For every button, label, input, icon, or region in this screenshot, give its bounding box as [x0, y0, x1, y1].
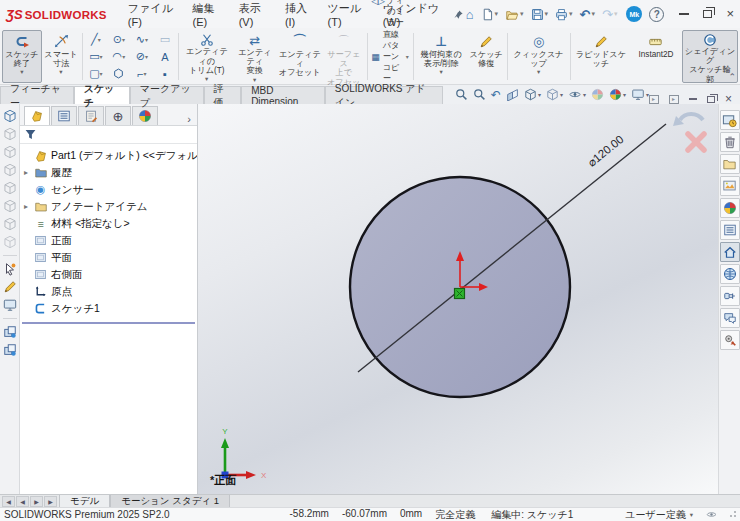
help-button[interactable]: ? [649, 7, 664, 22]
quick-tips-icon[interactable] [705, 509, 718, 520]
print-button[interactable]: ▾ [553, 6, 575, 23]
panel-tabs-overflow-chevron[interactable]: › [183, 113, 195, 125]
close-button[interactable]: × [726, 9, 734, 19]
tree-filter[interactable] [20, 126, 197, 144]
line-tool[interactable]: ╱▾ [84, 33, 107, 46]
view-cube-icon[interactable] [3, 127, 17, 141]
user-avatar[interactable]: Mk [626, 6, 642, 22]
view-orientation-icon[interactable]: ▾ [524, 88, 541, 101]
polygon-tool[interactable] [107, 68, 130, 79]
edit-sketch-icon[interactable] [3, 280, 17, 294]
undo-button[interactable]: ↶▾ [578, 6, 597, 23]
arc-tool[interactable]: ◠▾ [107, 50, 130, 63]
layer-state-icon[interactable] [3, 325, 17, 339]
resize-grip[interactable] [728, 511, 736, 519]
taskpane-connections-icon[interactable] [720, 286, 740, 306]
tree-item-front-plane[interactable]: 正面 [20, 232, 197, 249]
offset-on-surface-button[interactable]: ⌒ サーフェス 上で オフセット [323, 30, 365, 83]
taskpane-forum-icon[interactable] [720, 264, 740, 284]
graphics-area[interactable]: ⌀120.00 [198, 104, 718, 494]
display-delete-relations-button[interactable]: ⊥ 幾何拘束の 表示/削除 ▾ [415, 30, 467, 83]
edit-appearance-icon[interactable] [591, 88, 604, 101]
layer-state-icon[interactable] [3, 343, 17, 357]
zoom-to-area-icon[interactable] [473, 88, 486, 101]
point-tool[interactable]: ▪ [153, 68, 176, 80]
linear-pattern-button[interactable]: ▦ 直線パターン コピー ▾ [371, 29, 409, 84]
tree-item-top-plane[interactable]: 平面 [20, 249, 197, 266]
model-tab[interactable]: モデル [59, 495, 110, 507]
exit-sketch-corner-icon[interactable] [680, 114, 703, 120]
view-settings-icon[interactable]: ▾ [631, 88, 649, 101]
previous-tab-button[interactable]: ◀ [16, 496, 29, 507]
select-tool-icon[interactable] [3, 262, 17, 276]
screen-capture-icon[interactable] [3, 298, 17, 312]
slot-tool[interactable]: ▢▾ [84, 67, 107, 80]
display-style-icon[interactable]: ▾ [546, 88, 563, 101]
first-tab-button[interactable]: ◀ [2, 496, 15, 507]
taskpane-custom-properties-icon[interactable] [720, 220, 740, 240]
taskpane-view-palette-icon[interactable] [720, 176, 740, 196]
tree-item-sketch1[interactable]: スケッチ1 [20, 300, 197, 317]
exit-sketch-button[interactable]: スケッチ 終了 ▾ [2, 30, 42, 83]
taskpane-file-explorer-icon[interactable] [720, 154, 740, 174]
isometric-view-icon[interactable] [3, 235, 17, 249]
tree-item-material[interactable]: ≡ 材料 <指定なし> [20, 215, 197, 232]
cancel-sketch-corner-icon[interactable] [688, 134, 704, 150]
taskpane-design-library-icon[interactable] [720, 132, 740, 152]
mirror-entities-button[interactable]: ◁▷ エンティティのミラー [371, 0, 409, 28]
last-tab-button[interactable]: ▶ [44, 496, 57, 507]
tree-item-sensors[interactable]: ◉ センサー [20, 181, 197, 198]
menu-view[interactable]: 表示(V) [232, 0, 276, 31]
home-button[interactable]: ⌂ [464, 6, 476, 23]
convert-entities-button[interactable]: ⇄ エンティティ 変換 ▾ [233, 30, 277, 83]
standard-view-cube-icon[interactable] [3, 109, 17, 123]
save-button[interactable]: ▾ [529, 6, 551, 23]
taskpane-settings-icon[interactable] [720, 330, 740, 350]
quick-snaps-button[interactable]: ◎ クィックスナップ ▾ [510, 30, 568, 83]
view-cube-icon[interactable] [3, 217, 17, 231]
open-button[interactable]: ▾ [503, 6, 526, 23]
previous-view-icon[interactable]: ↶ [491, 88, 501, 102]
doc-restore-button[interactable] [707, 96, 715, 103]
view-cube-icon[interactable] [3, 163, 17, 177]
new-document-button[interactable]: ▾ [479, 6, 501, 23]
rollback-bar[interactable] [22, 322, 195, 324]
rapid-sketch-button[interactable]: ラピッドスケッチ [572, 30, 630, 83]
minimize-button[interactable] [679, 13, 689, 15]
ribbon-collapse-chevron[interactable]: ⌃ [728, 72, 736, 82]
show-pane-right-icon[interactable] [669, 95, 679, 104]
motion-study-tab[interactable]: モーション スタディ 1 [110, 495, 230, 507]
circle-center-point[interactable] [455, 289, 465, 299]
menu-tools[interactable]: ツール(T) [321, 0, 374, 31]
taskpane-home-icon[interactable] [720, 242, 740, 262]
zoom-to-fit-icon[interactable] [455, 88, 468, 101]
view-cube-icon[interactable] [3, 181, 17, 195]
doc-close-button[interactable]: × [725, 94, 732, 104]
sketch-canvas[interactable]: ⌀120.00 [198, 104, 717, 494]
repair-sketch-button[interactable]: スケッチ 修復 [467, 30, 505, 83]
instant2d-button[interactable]: Instant2D [630, 30, 682, 83]
unit-system-selector[interactable]: ユーザー定義 ▾ [625, 508, 693, 521]
tree-item-annotations[interactable]: ▸ アノテートアイテム [20, 198, 197, 215]
tab-markup[interactable]: マークアップ [130, 86, 204, 104]
spline-tool[interactable]: ∿▾ [130, 33, 153, 46]
diameter-dimension[interactable]: ⌀120.00 [585, 133, 625, 169]
doc-minimize-button[interactable] [689, 98, 697, 99]
tree-item-right-plane[interactable]: 右側面 [20, 266, 197, 283]
surface-region-tool[interactable]: ▭ [153, 33, 176, 46]
circle-tool[interactable]: ⊙▾ [107, 33, 130, 46]
fillet-tool[interactable]: ⌐▾ [130, 68, 153, 80]
menu-file[interactable]: ファイル(F) [121, 0, 184, 31]
tab-features[interactable]: フィーチャー [0, 86, 74, 104]
next-tab-button[interactable]: ▶ [30, 496, 43, 507]
hide-show-items-icon[interactable]: ▾ [568, 88, 586, 101]
smart-dimension-button[interactable]: スマート 寸法 ▾ [42, 30, 80, 83]
view-cube-icon[interactable] [3, 199, 17, 213]
view-cube-icon[interactable] [3, 145, 17, 159]
apply-scene-icon[interactable]: ▾ [609, 88, 626, 101]
tree-item-origin[interactable]: 原点 [20, 283, 197, 300]
offset-entities-button[interactable]: ⌒ エンティティ オフセット [277, 30, 323, 83]
ellipse-tool[interactable]: ⊘▾ [130, 50, 153, 63]
menu-insert[interactable]: 挿入(I) [278, 0, 319, 31]
tab-evaluate[interactable]: 評価 [204, 86, 242, 104]
